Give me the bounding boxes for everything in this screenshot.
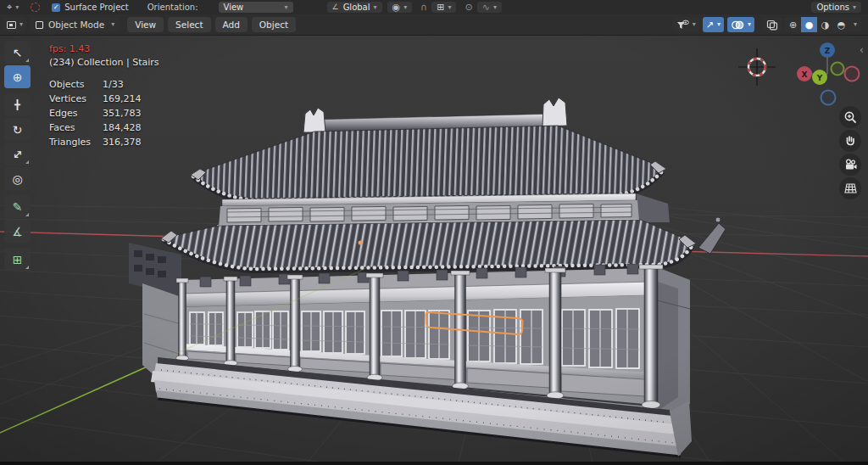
camera-view-button[interactable] <box>839 154 861 176</box>
xray-toggle[interactable] <box>763 17 782 32</box>
sidebar-collapse-arrow[interactable]: ‹ <box>860 44 864 56</box>
cursor-tool-icon <box>31 3 40 12</box>
tool-scale[interactable]: ↕ <box>4 143 31 165</box>
editor-type-button[interactable]: ▾ <box>3 17 26 32</box>
object-origin-dot <box>359 241 363 245</box>
active-tool-icon[interactable]: ⌖ <box>7 3 12 12</box>
perspective-toggle-button[interactable] <box>839 177 861 199</box>
gizmo-z-label: Z <box>825 47 831 55</box>
gizmo-x-label: X <box>802 70 808 79</box>
show-overlays-toggle[interactable]: ▾ <box>727 17 754 32</box>
mode-dropdown[interactable]: Object Mode ▾ <box>30 17 120 32</box>
active-collection-label: (234) Collection | Stairs <box>49 56 159 70</box>
camera-icon <box>843 159 858 171</box>
falloff-curve-icon: ∿ <box>482 3 490 12</box>
pivot-point-dropdown[interactable]: ◉ ▾ <box>387 2 413 13</box>
tool-rotate[interactable]: ↻ <box>4 118 31 141</box>
table-row: Vertices169,214 <box>49 92 141 107</box>
proportional-edit-icon[interactable]: ⊙ <box>465 3 472 12</box>
chevron-down-icon: ▾ <box>374 4 377 11</box>
toolbar: ↖ ⊕ ╋ ↻ ↕ ◎ ✎ ∡ ⊞ <box>4 41 31 272</box>
table-row: Objects1/33 <box>49 78 141 92</box>
surface-project-label: Surface Project <box>64 3 129 12</box>
menu-object[interactable]: Object <box>252 17 296 32</box>
snap-target-dropdown[interactable]: ⊞ ▾ <box>431 2 456 13</box>
magnifier-icon <box>843 110 857 124</box>
surface-project-checkbox[interactable]: ✓ <box>52 3 60 12</box>
fps-readout: fps: 1.43 <box>49 42 159 56</box>
chevron-down-icon: ▾ <box>493 4 497 11</box>
falloff-dropdown[interactable]: ∿ ▾ <box>477 2 502 13</box>
viewport-stats: fps: 1.43 (234) Collection | Stairs Obje… <box>49 42 159 150</box>
pan-button[interactable] <box>839 130 861 152</box>
shading-dropdown[interactable]: ▾ <box>849 17 861 32</box>
chevron-down-icon: ▾ <box>285 4 288 11</box>
gizmo-y-neg-axis[interactable] <box>832 63 844 76</box>
editor-type-icon <box>7 21 16 29</box>
chevron-down-icon: ▾ <box>853 4 856 11</box>
chevron-down-icon: ▾ <box>111 21 114 28</box>
axes-icon: ∠ <box>332 3 339 11</box>
overlays-icon <box>731 20 744 31</box>
chevron-down-icon: ▾ <box>717 21 721 28</box>
snap-magnet-icon[interactable]: ∩ <box>420 3 427 12</box>
menu-view[interactable]: View <box>127 17 164 32</box>
pivot-icon: ◉ <box>392 3 401 12</box>
transform-orientation-dropdown[interactable]: ∠ Global ▾ <box>327 2 382 13</box>
show-gizmo-toggle[interactable]: ↗ ▾ <box>703 17 724 32</box>
tool-settings-bar: ⌖ ▾ ✓ Surface Project Orientation: View … <box>0 0 868 14</box>
chevron-down-icon: ▾ <box>19 21 23 28</box>
options-button[interactable]: Options ▾ <box>811 2 861 13</box>
shading-wireframe-button[interactable]: ⊕ <box>785 17 801 32</box>
menu-select[interactable]: Select <box>168 17 210 32</box>
object-mode-icon <box>36 21 43 29</box>
gizmo-x-neg-axis[interactable] <box>845 67 860 81</box>
object-visibility-filter-button[interactable]: ▾ <box>673 17 699 32</box>
blender-window: Z X Y ⌖ ▾ ✓ Surface Project Orientation:… <box>0 0 868 465</box>
zoom-button[interactable] <box>839 106 861 128</box>
active-tool-caret[interactable]: ▾ <box>15 4 19 11</box>
table-row: Edges351,783 <box>49 107 141 121</box>
tool-select[interactable]: ↖ <box>4 41 31 64</box>
xray-icon <box>766 20 778 31</box>
gizmo-icon: ↗ <box>706 20 714 30</box>
tool-add-cube[interactable]: ⊞ <box>4 248 31 271</box>
chevron-down-icon: ▾ <box>403 4 407 11</box>
tool-measure[interactable]: ∡ <box>4 220 31 243</box>
scene-statistics: Objects1/33 Vertices169,214 Edges351,783… <box>49 78 141 150</box>
gizmo-z-neg-axis[interactable] <box>821 91 836 105</box>
chevron-down-icon: ▾ <box>748 21 751 28</box>
shading-material-button[interactable]: ◑ <box>817 17 833 32</box>
snap-increment-icon: ⊞ <box>437 3 444 12</box>
chevron-down-icon: ▾ <box>693 21 696 28</box>
table-row: Triangles316,378 <box>49 136 141 150</box>
tool-move[interactable]: ╋ <box>4 93 31 116</box>
shading-rendered-button[interactable]: ◓ <box>833 17 849 32</box>
viewport-header: ▾ Object Mode ▾ View Select Add Object ▾… <box>0 14 868 36</box>
tool-annotate[interactable]: ✎ <box>4 195 31 218</box>
chevron-down-icon: ▾ <box>448 4 451 11</box>
tool-cursor[interactable]: ⊕ <box>4 65 31 88</box>
viewport-shading-group: ⊕ ● ◑ ◓ ▾ <box>785 17 861 32</box>
tool-transform[interactable]: ◎ <box>4 167 31 190</box>
table-row: Faces184,428 <box>49 121 141 136</box>
chevron-down-icon: ▾ <box>854 21 857 28</box>
gizmo-y-label: Y <box>816 74 823 82</box>
filter-eye-icon <box>676 20 689 31</box>
hand-icon <box>843 134 857 148</box>
orientation-label: Orientation: <box>147 3 198 12</box>
ortho-grid-icon <box>843 182 858 194</box>
shading-solid-button[interactable]: ● <box>801 17 817 32</box>
menu-add[interactable]: Add <box>215 17 248 32</box>
orientation-dropdown[interactable]: View ▾ <box>219 2 293 13</box>
